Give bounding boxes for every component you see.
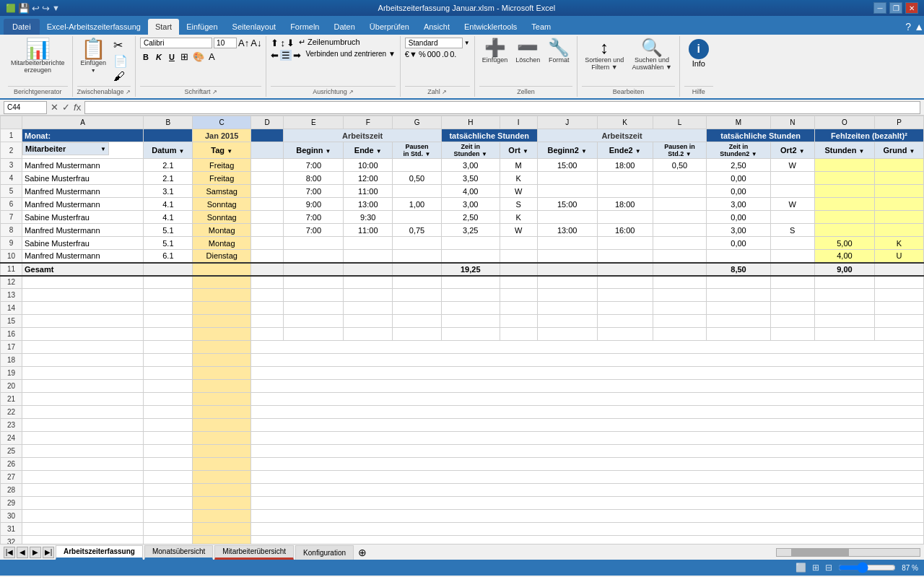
tab-formeln[interactable]: Formeln (283, 19, 326, 35)
cell-L4[interactable] (653, 172, 707, 185)
col-header-A[interactable]: A (22, 116, 144, 129)
cell-L6[interactable] (653, 198, 707, 211)
cell-J1[interactable]: Arbeitszeit (537, 129, 707, 142)
cell-K9[interactable] (597, 237, 653, 250)
cell-J4[interactable] (537, 172, 597, 185)
cell-M11[interactable]: 8,50 (707, 263, 770, 276)
cell-C1[interactable]: Jan 2015 (193, 129, 251, 142)
cell-G6[interactable]: 1,00 (393, 198, 442, 211)
cell-A12[interactable] (22, 276, 144, 289)
undo-icon[interactable]: ↩ (32, 3, 40, 14)
font-name-selector[interactable]: Calibri (140, 38, 212, 48)
cell-D10[interactable] (251, 250, 284, 263)
col-header-P[interactable]: P (874, 116, 923, 129)
cell-C8[interactable]: Montag (193, 224, 251, 237)
tab-nav-next[interactable]: ▶ (30, 547, 41, 558)
cell-L10[interactable] (653, 250, 707, 263)
col-header-B[interactable]: B (144, 116, 193, 129)
cell-F9[interactable] (344, 237, 393, 250)
cell-A5[interactable]: Manfred Mustermann (22, 185, 144, 198)
cell-reference-box[interactable]: C44 (4, 101, 47, 114)
cell-I5[interactable]: W (500, 185, 537, 198)
align-bottom-btn[interactable]: ⬇ (287, 38, 295, 48)
tab-nav-first[interactable]: |◀ (4, 547, 15, 558)
cell-E9[interactable] (284, 237, 344, 250)
tab-datei[interactable]: Datei (4, 19, 40, 35)
col-header-J[interactable]: J (537, 116, 597, 129)
cell-F11[interactable] (344, 263, 393, 276)
cell-K3[interactable]: 18:00 (597, 159, 653, 172)
cell-F3[interactable]: 10:00 (344, 159, 393, 172)
col-header-H[interactable]: H (441, 116, 500, 129)
cell-A8[interactable]: Manfred Mustermann (22, 224, 144, 237)
cell-K6[interactable]: 18:00 (597, 198, 653, 211)
suchen-btn[interactable]: 🔍 Suchen undAuswählen ▼ (629, 38, 674, 72)
info-btn[interactable]: i Info (684, 38, 713, 69)
kopieren-btn[interactable]: 📄 (111, 53, 130, 69)
cell-J9[interactable] (537, 237, 597, 250)
cell-D7[interactable] (251, 211, 284, 224)
cell-N9[interactable] (770, 237, 814, 250)
cell-L9[interactable] (653, 237, 707, 250)
cell-N8[interactable]: S (770, 224, 814, 237)
cell-B7[interactable]: 4.1 (144, 211, 193, 224)
cell-E11[interactable] (284, 263, 344, 276)
cell-J11[interactable] (537, 263, 597, 276)
cell-K10[interactable] (597, 250, 653, 263)
tab-team[interactable]: Team (524, 19, 558, 35)
cell-C11[interactable] (193, 263, 251, 276)
col-header-N[interactable]: N (770, 116, 814, 129)
cell-M6[interactable]: 3,00 (707, 198, 770, 211)
col-header-L[interactable]: L (653, 116, 707, 129)
redo-icon[interactable]: ↪ (42, 3, 50, 14)
cell-F4[interactable]: 12:00 (344, 172, 393, 185)
cell-O9[interactable]: 5,00 (814, 237, 874, 250)
cell-B4[interactable]: 2.1 (144, 172, 193, 185)
cell-C6[interactable]: Sonntag (193, 198, 251, 211)
cell-G8[interactable]: 0,75 (393, 224, 442, 237)
cell-K5[interactable] (597, 185, 653, 198)
cell-C4[interactable]: Freitag (193, 172, 251, 185)
tab-seitenlayout[interactable]: Seitenlayout (225, 19, 284, 35)
minimize-btn[interactable]: ─ (873, 2, 886, 14)
save-icon[interactable]: 💾 (18, 3, 30, 14)
cell-M8[interactable]: 3,00 (707, 224, 770, 237)
cell-G3[interactable] (393, 159, 442, 172)
cell-M10[interactable] (707, 250, 770, 263)
cell-H2[interactable]: Zeit inStunden ▼ (441, 142, 500, 159)
restore-btn[interactable]: ❐ (889, 2, 902, 14)
mitarbeiterberichte-btn[interactable]: 📊 Mitarbeiterberichteerzeugen (8, 38, 68, 75)
font-color-btn[interactable]: A (207, 51, 217, 62)
cell-G9[interactable] (393, 237, 442, 250)
underline-btn[interactable]: U (166, 51, 178, 62)
cell-F7[interactable]: 9:30 (344, 211, 393, 224)
tab-nav-prev[interactable]: ◀ (17, 547, 28, 558)
tab-start[interactable]: Start (148, 19, 179, 35)
cell-F2[interactable]: Ende ▼ (344, 142, 393, 159)
cell-D5[interactable] (251, 185, 284, 198)
cell-J5[interactable] (537, 185, 597, 198)
cell-I2[interactable]: Ort ▼ (500, 142, 537, 159)
align-top-btn[interactable]: ⬆ (271, 38, 279, 48)
cell-E5[interactable]: 7:00 (284, 185, 344, 198)
font-size-selector[interactable]: 10 (214, 38, 237, 48)
cell-O7[interactable] (814, 211, 874, 224)
align-left-btn[interactable]: ⬅ (271, 50, 279, 61)
cell-E8[interactable]: 7:00 (284, 224, 344, 237)
cell-N5[interactable] (770, 185, 814, 198)
cell-I9[interactable] (500, 237, 537, 250)
cell-H9[interactable] (441, 237, 500, 250)
cell-N3[interactable]: W (770, 159, 814, 172)
cell-H8[interactable]: 3,25 (441, 224, 500, 237)
cell-C3[interactable]: Freitag (193, 159, 251, 172)
font-increase-btn[interactable]: A↑ (238, 38, 249, 48)
formula-expand-icon[interactable]: ✕ (51, 102, 58, 113)
einfuegen-btn[interactable]: 📋 Einfügen▼ (78, 38, 110, 75)
cell-J6[interactable]: 15:00 (537, 198, 597, 211)
cell-G2[interactable]: Pausenin Std. ▼ (393, 142, 442, 159)
tab-ansicht[interactable]: Ansicht (417, 19, 457, 35)
cell-H7[interactable]: 2,50 (441, 211, 500, 224)
align-middle-btn[interactable]: ↕ (280, 38, 285, 48)
col-header-E[interactable]: E (284, 116, 344, 129)
cell-A6[interactable]: Manfred Mustermann (22, 198, 144, 211)
